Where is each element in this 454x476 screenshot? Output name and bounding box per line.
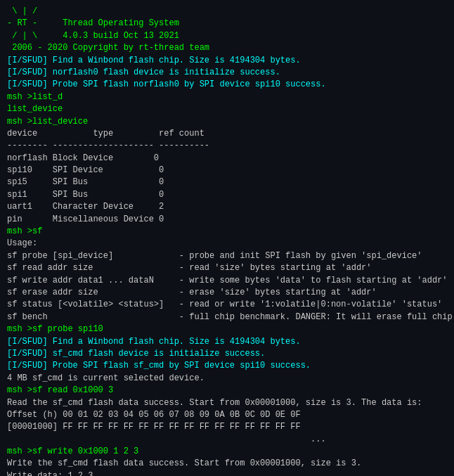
terminal-line: [I/SFUD] Probe SPI flash sf_cmd by SPI d… — [7, 360, 447, 372]
terminal-line: uart1 Character Device 2 — [7, 201, 447, 213]
terminal-line: Write data: 1 2 3 . — [7, 470, 447, 476]
terminal-line: Write the sf_cmd flash data success. Sta… — [7, 458, 447, 470]
terminal-line: 4 MB sf_cmd is current selected device. — [7, 373, 447, 385]
terminal-line: spi1 SPI Bus 0 — [7, 189, 447, 201]
terminal-line: spi5 SPI Bus 0 — [7, 176, 447, 188]
terminal-line: msh >list_device — [7, 116, 447, 128]
terminal-line: sf erase addr size - erase 'size' bytes … — [7, 287, 447, 299]
terminal-line: msh >sf probe spi10 — [7, 323, 447, 335]
terminal-line: / | \ 4.0.3 build Oct 13 2021 — [7, 30, 447, 42]
terminal-line: - RT - Thread Operating System — [7, 18, 447, 30]
terminal-line: Offset (h) 00 01 02 03 04 05 06 07 08 09… — [7, 409, 447, 421]
terminal-line: sf write addr data1 ... dataN - write so… — [7, 275, 447, 287]
terminal-line: [00001000] FF FF FF FF FF FF FF FF FF FF… — [7, 421, 447, 433]
terminal-line: [I/SFUD] norflash0 flash device is initi… — [7, 67, 447, 79]
terminal-line: sf bench - full chip benchmark. DANGER: … — [7, 311, 447, 323]
terminal-line: msh >sf read 0x1000 3 — [7, 385, 447, 397]
terminal-line: 2006 - 2020 Copyright by rt-thread team — [7, 42, 447, 54]
terminal-line: [I/SFUD] sf_cmd flash device is initiali… — [7, 348, 447, 360]
terminal-line: Read the sf_cmd flash data success. Star… — [7, 397, 447, 409]
terminal-line: Usage: — [7, 238, 447, 250]
terminal-line: sf read addr size - read 'size' bytes st… — [7, 262, 447, 274]
terminal: \ | /- RT - Thread Operating System / | … — [0, 0, 454, 476]
terminal-line: [I/SFUD] Find a Winbond flash chip. Size… — [7, 55, 447, 67]
terminal-line: spi10 SPI Device 0 — [7, 165, 447, 176]
terminal-line: list_device — [7, 103, 447, 115]
terminal-line: msh >sf — [7, 226, 447, 238]
terminal-line: [I/SFUD] Probe SPI flash norflash0 by SP… — [7, 79, 447, 91]
terminal-line: sf status [<volatile> <status>] - read o… — [7, 299, 447, 311]
terminal-line: ... — [7, 434, 447, 446]
terminal-output: \ | /- RT - Thread Operating System / | … — [7, 6, 447, 476]
terminal-line: msh >list_d — [7, 91, 447, 103]
terminal-line: [I/SFUD] Find a Winbond flash chip. Size… — [7, 336, 447, 348]
terminal-line: pin Miscellaneous Device 0 — [7, 214, 447, 226]
terminal-line: -------- -------------------- ---------- — [7, 140, 447, 152]
terminal-line: norflash Block Device 0 — [7, 153, 447, 165]
terminal-line: sf probe [spi_device] - probe and init S… — [7, 250, 447, 262]
terminal-line: msh >sf write 0x1000 1 2 3 — [7, 446, 447, 458]
terminal-line: device type ref count — [7, 128, 447, 140]
terminal-line: \ | / — [7, 6, 447, 18]
